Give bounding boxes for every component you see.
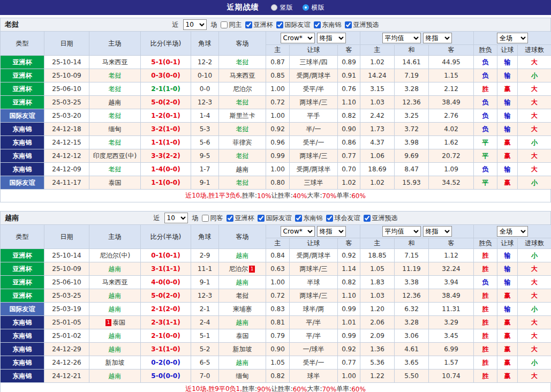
away-team-cell: 柬埔寨 [219,303,266,316]
final-odds-select[interactable]: 终指 [423,226,452,237]
avg-odds-home: 1.02 [360,176,395,190]
avg-odds-home: 2.09 [360,329,395,343]
avg-odds-away: 1.15 [429,69,474,82]
handicap-odds-away: 0.92 [338,343,360,356]
handicap-odds-home: 0.92 [266,123,290,136]
competition-filter[interactable]: 国际友谊 [258,214,292,223]
same-venue-filter[interactable]: 同主 [221,20,242,29]
same-venue-filter[interactable]: 同客 [202,214,223,223]
away-team-cell: 越南 [219,276,266,289]
score-halftime: 3-3(2-2) [141,149,191,163]
competition-filter-checkbox[interactable] [245,21,252,28]
home-team-cell: 越南 [89,96,141,109]
result-group: 全场 [474,32,551,45]
away-team-cell: 老挝 [219,176,266,190]
subcol-winloss: 胜负 [474,238,497,249]
away-team-cell: 尼泊尔1 [219,262,266,276]
final-odds-select[interactable]: 终指 [317,226,346,237]
result-handicap: 输 [497,303,518,316]
full-match-select[interactable]: 全场 [497,33,528,43]
result-winloss: 负 [474,276,497,289]
result-goals: 大 [518,316,551,329]
competition-type-badge: 亚洲杯 [1,56,44,69]
team-label: 老挝 [236,152,249,160]
competition-filter[interactable]: 球会友谊 [326,214,360,223]
average-odds-group: 平均值终指 [360,32,474,45]
final-odds-select[interactable]: 终指 [423,33,452,43]
team-label: 越南 [109,305,122,313]
result-handicap: 赢 [497,136,518,149]
result-goals: 大 [518,289,551,303]
final-odds-select[interactable]: 终指 [317,33,346,43]
view-option[interactable]: 横版 [303,3,324,12]
competition-type-badge: 亚洲杯 [1,289,44,303]
competition-filter[interactable]: 国际友谊 [276,20,311,29]
competition-filter-checkbox[interactable] [345,21,352,28]
red-card-icon: 1 [105,319,111,326]
competition-filter-checkbox[interactable] [227,215,233,222]
match-date: 25-06-10 [44,82,89,96]
avg-odds-draw: 3.28 [395,316,429,329]
average-select[interactable]: 平均值 [382,33,421,43]
full-match-select[interactable]: 全场 [497,226,528,237]
bookmaker-select[interactable]: Crow* [281,226,315,237]
handicap-line: 三球半 [290,176,338,190]
competition-filter-checkbox[interactable] [314,21,321,28]
result-goals: 小 [518,249,551,262]
table-control-bar: 越南 近10场同客亚洲杯国际友谊东南锦球会友谊亚洲预选 [0,211,551,224]
competition-filter-checkbox[interactable] [326,215,333,222]
subcol-draw-avg: 和 [395,45,429,56]
subcol-away-avg: 客 [429,238,474,249]
summary-row: 近10场,胜9平0负1, 胜率:90% 让胜率:60% 大率:70% 单率:60… [0,383,551,392]
result-goals: 小 [518,356,551,370]
handicap-line: 半球 [290,276,338,289]
average-select[interactable]: 平均值 [382,226,421,237]
subcol-handicap-result: 让球 [497,45,518,56]
competition-filter[interactable]: 亚洲预选 [364,214,398,223]
match-row: 东南锦24-12-26新加坡0-2(0-0)6-5越南1.05受半/一0.775… [1,356,551,370]
result-goals: 大 [518,82,551,96]
competition-filter[interactable]: 东南锦 [314,20,342,29]
competition-filter[interactable]: 东南锦 [295,214,323,223]
handicap-odds-away: 1.14 [338,262,360,276]
competition-filter-label: 亚洲预选 [353,20,379,29]
home-team-cell: 马来西亚 [89,276,141,289]
handicap-odds-home: 0.72 [266,96,290,109]
same-venue-filter-checkbox[interactable] [221,21,228,28]
avg-odds-home: 1.05 [360,262,395,276]
subcol-handicap: 让球 [290,45,338,56]
competition-filter[interactable]: 亚洲杯 [227,214,254,223]
subcol-goals: 进球数 [518,238,551,249]
result-goals: 小 [518,303,551,316]
competition-filter-checkbox[interactable] [258,215,265,222]
score-halftime: 3-1(1-1) [141,262,191,276]
competition-filter[interactable]: 亚洲预选 [345,20,379,29]
view-option[interactable]: 竖版 [271,3,293,12]
subcol-home-odds: 主 [266,238,290,249]
handicap-line: 三球半/四 [290,56,338,69]
view-option-label: 竖版 [280,3,293,12]
handicap-odds-home: 1.00 [266,82,290,96]
result-goals: 小 [518,136,551,149]
team-label: 老挝 [109,85,122,93]
corner-kicks: 5-2 [191,343,219,356]
recent-count-select[interactable]: 10 [183,19,207,30]
avg-odds-draw: 11.19 [395,262,429,276]
result-handicap: 输 [497,123,518,136]
competition-filter-label: 亚洲杯 [254,20,273,29]
competition-filter-checkbox[interactable] [295,215,302,222]
bookmaker-select[interactable]: Crow* [281,33,315,43]
recent-count-select[interactable]: 10 [164,213,188,223]
result-winloss: 负 [474,123,497,136]
avg-odds-away: 3.45 [429,329,474,343]
result-goals: 大 [518,276,551,289]
competition-filter[interactable]: 亚洲杯 [245,20,273,29]
competition-filter-checkbox[interactable] [276,21,283,28]
team-label: 柬埔寨 [233,305,252,313]
avg-odds-away: 34.52 [429,176,474,190]
competition-filter-checkbox[interactable] [364,215,371,222]
score-halftime: 5-1(0-1) [141,56,191,69]
score-halftime: 1-1(0-0) [141,176,191,190]
team-label: 越南 [109,372,122,380]
same-venue-filter-checkbox[interactable] [202,215,209,222]
